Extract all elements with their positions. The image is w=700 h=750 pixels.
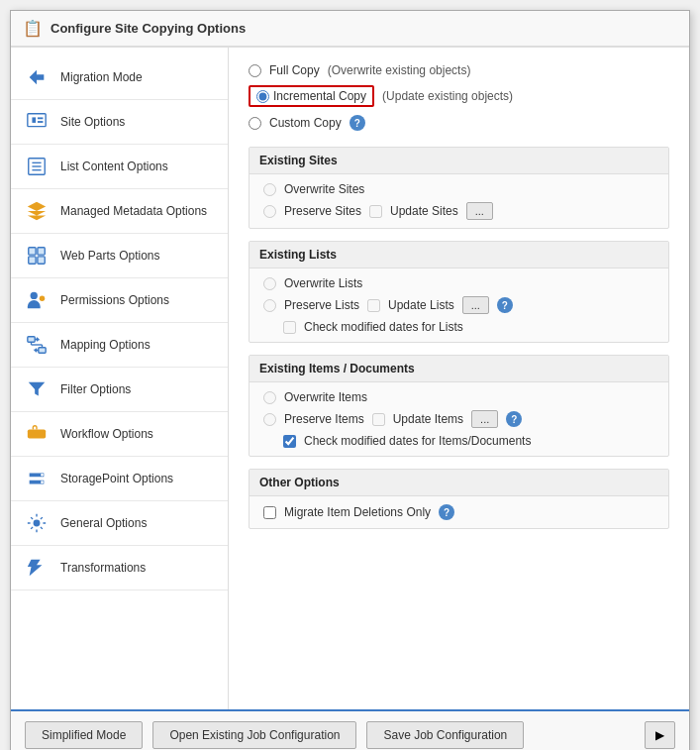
preserve-items-row: Preserve Items Update Items ... ? [263,410,654,428]
update-items-label: Update Items [393,412,463,426]
incremental-copy-radio[interactable] [256,90,269,103]
check-modified-lists-row: Check modified dates for Lists [263,320,654,334]
webparts-icon [23,242,50,269]
existing-items-body: Overwrite Items Preserve Items Update It… [250,382,668,456]
full-copy-radio[interactable] [249,64,261,77]
permissions-icon [23,286,50,314]
svg-rect-3 [38,121,43,123]
title-bar: 📋 Configure Site Copying Options [11,11,689,47]
sidebar-item-site-options[interactable]: Site Options [11,100,228,145]
update-lists-button[interactable]: ... [462,296,489,314]
sidebar-item-workflow-options[interactable]: Workflow Options [11,412,228,457]
open-existing-button[interactable]: Open Existing Job Configuration [152,721,356,749]
workflow-icon [23,420,50,448]
sidebar-item-general-options[interactable]: General Options [11,501,228,546]
other-options-body: Migrate Item Deletions Only ? [250,496,668,528]
update-items-button[interactable]: ... [471,410,498,428]
svg-rect-0 [28,114,46,127]
preserve-sites-radio[interactable] [263,205,276,218]
svg-point-21 [34,520,40,526]
preserve-lists-radio[interactable] [263,299,276,312]
sidebar-item-permissions-options[interactable]: Permissions Options [11,278,228,323]
svg-rect-8 [29,248,36,255]
preserve-sites-row: Preserve Sites Update Sites ... [263,202,654,220]
sidebar-item-managed-metadata-options[interactable]: Managed Metadata Options [11,189,228,234]
list-icon [23,153,50,180]
update-sites-button[interactable]: ... [466,202,493,220]
sidebar: Migration Mode Site Options [11,48,229,709]
mapping-icon [23,331,50,359]
existing-lists-section: Existing Lists Overwrite Lists Preserve … [249,241,669,343]
custom-copy-label[interactable]: Custom Copy [269,116,342,130]
sidebar-item-storagepoint-options[interactable]: StoragePoint Options [11,457,228,501]
window-title: Configure Site Copying Options [50,21,246,36]
overwrite-sites-radio[interactable] [263,183,276,196]
existing-sites-body: Overwrite Sites Preserve Sites Update Si… [250,174,668,228]
sidebar-item-transformations[interactable]: Transformations [11,546,228,590]
overwrite-lists-radio[interactable] [263,277,276,290]
existing-items-title: Existing Items / Documents [250,356,668,382]
svg-rect-11 [38,257,45,264]
svg-point-12 [31,292,38,299]
overwrite-sites-row: Overwrite Sites [263,182,654,196]
title-icon: 📋 [23,19,43,38]
existing-lists-title: Existing Lists [250,242,668,268]
sidebar-item-list-content-options[interactable]: List Content Options [11,145,228,189]
sidebar-item-web-parts-options[interactable]: Web Parts Options [11,234,228,278]
update-lists-checkbox[interactable] [367,299,380,312]
full-copy-row: Full Copy (Overwrite existing objects) [249,63,669,77]
overwrite-items-label: Overwrite Items [284,390,367,404]
incremental-copy-highlight: Incremental Copy [249,85,374,107]
existing-sites-title: Existing Sites [250,148,668,174]
svg-point-20 [41,481,44,483]
overwrite-items-radio[interactable] [263,391,276,404]
update-lists-label: Update Lists [388,298,454,312]
right-panel: Full Copy (Overwrite existing objects) I… [229,48,689,709]
simplified-mode-button[interactable]: Simplified Mode [25,721,143,749]
lists-help-icon[interactable]: ? [497,297,513,313]
sidebar-item-mapping-options[interactable]: Mapping Options [11,323,228,368]
check-modified-items-checkbox[interactable] [283,435,296,448]
overwrite-items-row: Overwrite Items [263,390,654,404]
sidebar-item-migration-mode[interactable]: Migration Mode [11,55,228,100]
preserve-items-radio[interactable] [263,413,276,426]
items-help-icon[interactable]: ? [506,411,522,427]
other-options-title: Other Options [250,470,668,496]
update-sites-label: Update Sites [390,204,458,218]
full-copy-label[interactable]: Full Copy [269,63,320,77]
svg-rect-14 [28,337,35,343]
full-copy-desc: (Overwrite existing objects) [328,63,471,77]
right-nav-button[interactable]: ▶ [645,721,675,749]
arrow-icon [23,63,50,91]
bottom-bar: Simplified Mode Open Existing Job Config… [11,709,689,750]
migrate-deletions-help-icon[interactable]: ? [439,504,454,520]
custom-copy-help-icon[interactable]: ? [350,115,365,131]
svg-rect-2 [38,117,43,119]
existing-sites-section: Existing Sites Overwrite Sites Preserve … [249,147,669,229]
site-icon [23,108,50,136]
save-config-button[interactable]: Save Job Configuration [366,721,524,749]
svg-rect-1 [32,117,36,123]
sidebar-item-filter-options[interactable]: Filter Options [11,368,228,412]
svg-point-13 [40,295,46,301]
svg-rect-15 [39,348,46,354]
check-modified-lists-checkbox[interactable] [283,321,296,334]
migrate-deletions-row: Migrate Item Deletions Only ? [263,504,654,520]
update-sites-checkbox[interactable] [369,205,382,218]
overwrite-lists-label: Overwrite Lists [284,276,362,290]
main-content: Migration Mode Site Options [11,47,689,709]
migration-mode-options: Full Copy (Overwrite existing objects) I… [249,63,669,131]
update-items-checkbox[interactable] [372,413,385,426]
preserve-lists-row: Preserve Lists Update Lists ... ? [263,296,654,314]
filter-icon [23,375,50,403]
check-modified-items-label: Check modified dates for Items/Documents [304,434,531,448]
other-options-section: Other Options Migrate Item Deletions Onl… [249,469,669,529]
custom-copy-radio[interactable] [249,117,261,130]
preserve-sites-label: Preserve Sites [284,204,361,218]
check-modified-items-row: Check modified dates for Items/Documents [263,434,654,448]
custom-copy-row: Custom Copy ? [249,115,669,131]
migrate-deletions-checkbox[interactable] [263,506,276,519]
preserve-items-label: Preserve Items [284,412,364,426]
incremental-copy-label[interactable]: Incremental Copy [273,89,366,103]
overwrite-sites-label: Overwrite Sites [284,182,364,196]
